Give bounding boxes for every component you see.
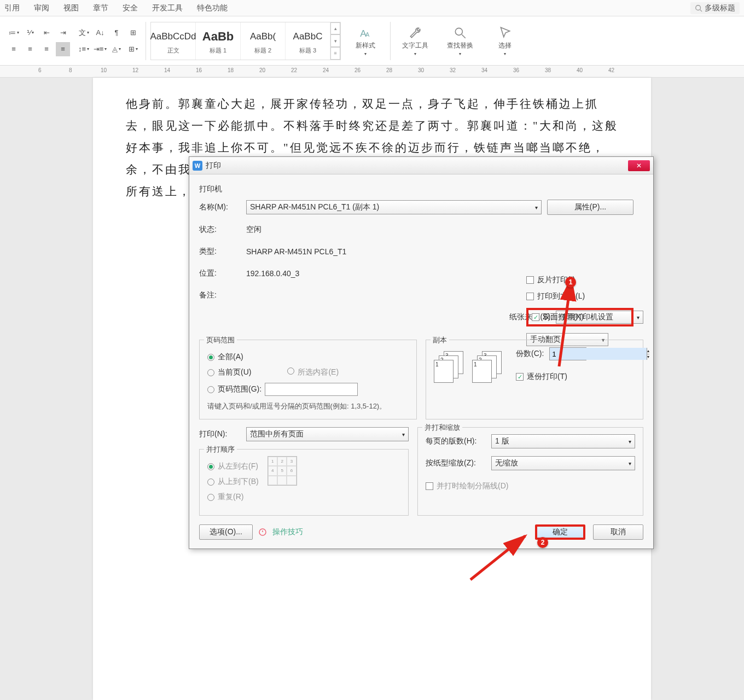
location-label: 位置: (199, 269, 241, 278)
wrench-icon (408, 26, 422, 40)
cursor-icon (498, 26, 512, 40)
svg-point-4 (455, 28, 462, 35)
print-order-group: 并打顺序 从左到右(F) 从上到下(B) 重复(R) 123456 (199, 449, 409, 516)
page-range-group: 页码范围 全部(A) 当前页(U) 所选内容(E) 页码范围(G): 请键入页码… (199, 340, 417, 419)
text-tools-btn[interactable]: 文字工具▾ (393, 22, 438, 60)
dialog-titlebar[interactable]: W 打印 ✕ (189, 157, 653, 174)
annotation-badge-1: 1 (565, 277, 576, 288)
type-label: 类型: (199, 247, 241, 256)
annotation-badge-2: 2 (537, 537, 548, 548)
order-repeat-radio: 重复(R) (207, 492, 259, 502)
find-replace-btn[interactable]: 查找替换▾ (438, 22, 483, 60)
svg-line-8 (559, 279, 571, 366)
printer-name-label: 名称(M): (199, 202, 241, 212)
align-right-btn[interactable]: ≡ (39, 42, 54, 56)
tips-icon (258, 528, 267, 536)
range-pages-radio[interactable]: 页码范围(G): (207, 383, 409, 396)
annotation-arrow-2 (454, 530, 542, 585)
menu-security[interactable]: 安全 (123, 3, 138, 13)
select-btn[interactable]: 选择▾ (483, 22, 527, 60)
new-style-btn[interactable]: AA 新样式▾ (343, 22, 388, 60)
svg-line-5 (462, 34, 466, 38)
print-dialog: W 打印 ✕ 打印机 名称(M): SHARP AR-M451N PCL6_T1… (189, 156, 654, 549)
collate-checkbox[interactable]: 逐份打印(T) (516, 372, 586, 382)
borders-btn[interactable]: ⊞▾ (126, 42, 140, 56)
shading-btn[interactable]: ◬▾ (109, 42, 124, 56)
menu-devtools[interactable]: 开发工具 (152, 3, 183, 13)
wps-logo-icon: W (193, 161, 202, 171)
per-page-dropdown[interactable]: 1 版▾ (491, 434, 635, 448)
style-heading1[interactable]: AaBb标题 1 (196, 22, 241, 60)
zoom-group: 并打和缩放 每页的版数(H): 1 版▾ 按纸型缩放(Z): 无缩放▾ 并打时绘… (417, 427, 643, 516)
text-direction-btn[interactable]: 文▾ (77, 26, 91, 40)
status-label: 状态: (199, 225, 241, 235)
align-justify-btn[interactable]: ≡ (56, 42, 70, 56)
search-icon (695, 4, 702, 12)
range-current-radio[interactable] (207, 369, 214, 376)
sort-btn[interactable]: A↓ (93, 26, 107, 40)
page-range-input[interactable] (265, 383, 358, 396)
tab-btn[interactable]: ⇥≡▾ (93, 42, 107, 56)
menu-special[interactable]: 特色功能 (197, 3, 228, 13)
indent-btn[interactable]: ⇥ (56, 26, 70, 40)
range-all-radio[interactable]: 全部(A) (207, 352, 409, 362)
printer-section-label: 打印机 (199, 184, 643, 194)
page-range-title: 页码范围 (204, 335, 237, 345)
cancel-button[interactable]: 取消 (593, 524, 643, 540)
align-center-btn[interactable]: ≡ (23, 42, 37, 56)
order-ttb-radio: 从上到下(B) (207, 477, 259, 487)
collate-preview-icon: 321 321 (434, 351, 505, 382)
svg-line-1 (700, 9, 702, 11)
range-selection-radio: 所选内容(E) (298, 368, 339, 376)
show-marks-btn[interactable]: ⊞ (126, 26, 140, 40)
close-button[interactable]: ✕ (628, 160, 650, 171)
search-box[interactable]: 多级标题 (690, 2, 740, 14)
comment-label: 备注: (199, 290, 241, 300)
paragraph-mark-btn[interactable]: ¶ (109, 26, 124, 40)
ruler: 681012141618202224262830323436384042 (0, 66, 744, 78)
page-range-hint: 请键入页码和/或用逗号分隔的页码范围(例如: 1,3,5-12)。 (207, 401, 409, 411)
menu-view[interactable]: 视图 (63, 3, 79, 13)
align-left-btn[interactable]: ≡ (7, 42, 21, 56)
per-page-label: 每页的版数(H): (426, 436, 486, 446)
svg-point-0 (696, 5, 701, 10)
ribbon: ≔▾ ⅟▾ ⇤ ⇥ ≡ ≡ ≡ ≡ 文▾ A↓ ¶ ⊞ ↕≡▾ ⇥≡▾ ◬▾ ⊞… (0, 16, 744, 66)
zoom-title: 并打和缩放 (422, 423, 462, 433)
style-heading3[interactable]: AaBbC标题 3 (286, 22, 330, 60)
styles-scroll[interactable]: ▴▾≡ (330, 22, 340, 60)
print-order-title: 并打顺序 (204, 445, 237, 454)
new-style-icon: AA (358, 26, 373, 40)
printer-name-dropdown[interactable]: SHARP AR-M451N PCL6_T1 (副本 1)▾ (246, 200, 542, 214)
separator-checkbox: 并打时绘制分隔线(D) (426, 481, 635, 491)
line-spacing-btn[interactable]: ↕≡▾ (77, 42, 91, 56)
menu-chapter[interactable]: 章节 (93, 3, 108, 13)
properties-button[interactable]: 属性(P)... (547, 200, 633, 215)
style-heading2[interactable]: AaBb(标题 2 (241, 22, 286, 60)
menu-review[interactable]: 审阅 (34, 3, 49, 13)
svg-line-9 (470, 536, 525, 580)
styles-gallery: AaBbCcDd正文 AaBb标题 1 AaBb(标题 2 AaBbC标题 3 … (150, 22, 341, 60)
order-ltr-radio: 从左到右(F) (207, 462, 259, 471)
print-what-dropdown[interactable]: 范围中所有页面▾ (246, 427, 409, 441)
svg-text:A: A (365, 31, 370, 37)
style-normal[interactable]: AaBbCcDd正文 (151, 22, 196, 60)
options-button[interactable]: 选项(O)... (199, 524, 253, 540)
search-placeholder: 多级标题 (705, 3, 735, 13)
scale-dropdown[interactable]: 无缩放▾ (491, 456, 635, 470)
magnifier-icon (453, 26, 467, 40)
numbered-list-btn[interactable]: ⅟▾ (23, 26, 37, 40)
menu-citation[interactable]: 引用 (4, 3, 20, 13)
bullet-list-btn[interactable]: ≔▾ (7, 26, 21, 40)
outdent-btn[interactable]: ⇤ (39, 26, 54, 40)
scale-label: 按纸型缩放(Z): (426, 458, 486, 468)
print-what-label: 打印(N): (199, 429, 241, 439)
type-value: SHARP AR-M451N PCL6_T1 (246, 247, 346, 256)
tips-link[interactable]: 操作技巧 (272, 527, 303, 537)
menubar: 引用 审阅 视图 章节 安全 开发工具 特色功能 多级标题 (0, 0, 744, 16)
dialog-title: 打印 (206, 161, 221, 171)
annotation-arrow-1 (521, 273, 581, 372)
copies-title: 副本 (431, 335, 449, 345)
location-value: 192.168.0.40_3 (246, 269, 299, 278)
status-value: 空闲 (246, 225, 261, 235)
order-preview-icon: 123456 (268, 456, 297, 486)
